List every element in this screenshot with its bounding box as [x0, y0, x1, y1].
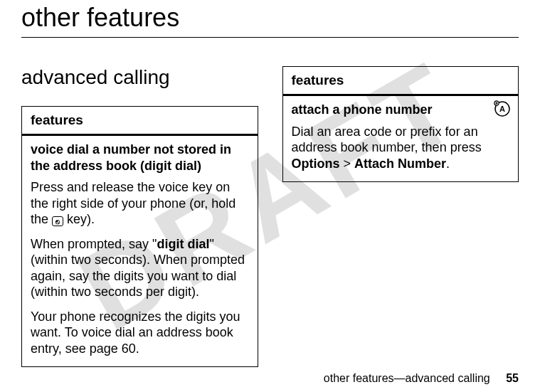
footer-breadcrumb: other features—advanced calling [324, 372, 490, 384]
svg-text:A: A [499, 105, 505, 113]
paragraph: Press and release the voice key on the r… [31, 179, 249, 228]
features-box-right: features A attach a phone number Dial an… [282, 66, 519, 182]
text: . [446, 157, 450, 171]
send-key-icon: ⎋ [52, 216, 63, 226]
box-body: voice dial a number not stored in the ad… [22, 136, 258, 366]
page-number: 55 [506, 372, 519, 384]
bold-text: digit dial [157, 237, 209, 251]
feature-title: attach a phone number [292, 102, 487, 118]
box-header: features [22, 107, 258, 136]
paragraph: Dial an area code or prefix for an addre… [292, 124, 487, 172]
right-column: features A attach a phone number Dial an… [282, 66, 519, 182]
two-column-layout: advanced calling features voice dial a n… [21, 66, 519, 367]
paragraph: Your phone recognizes the digits you wan… [31, 309, 249, 357]
page-content: other features advanced calling features… [0, 0, 540, 367]
features-box-left: features voice dial a number not stored … [21, 106, 258, 367]
left-column: advanced calling features voice dial a n… [21, 66, 258, 367]
box-body: A attach a phone number Dial an area cod… [283, 96, 519, 181]
paragraph: When prompted, say "digit dial" (within … [31, 236, 249, 300]
accessibility-badge-icon: A [494, 100, 511, 117]
chapter-heading: other features [21, 0, 519, 38]
text: Dial an area code or prefix for an addre… [292, 125, 482, 155]
feature-title: voice dial a number not stored in the ad… [31, 142, 249, 174]
text: > [340, 157, 355, 171]
text: key). [63, 212, 95, 226]
box-header: features [283, 67, 519, 96]
section-heading: advanced calling [21, 66, 258, 89]
ui-label: Options [292, 157, 340, 171]
ui-label: Attach Number [354, 157, 446, 171]
page-footer: other features—advanced calling 55 [324, 372, 519, 385]
text: When prompted, say " [31, 237, 157, 251]
